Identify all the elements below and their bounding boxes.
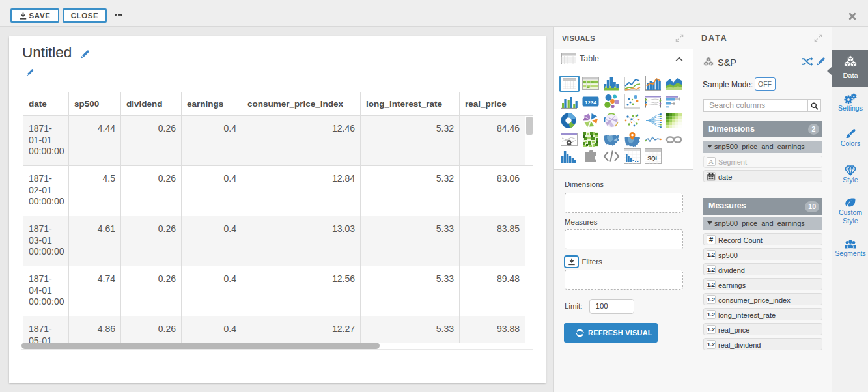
svg-text:1234: 1234 — [585, 100, 596, 105]
svg-text:SQL: SQL — [647, 155, 658, 161]
